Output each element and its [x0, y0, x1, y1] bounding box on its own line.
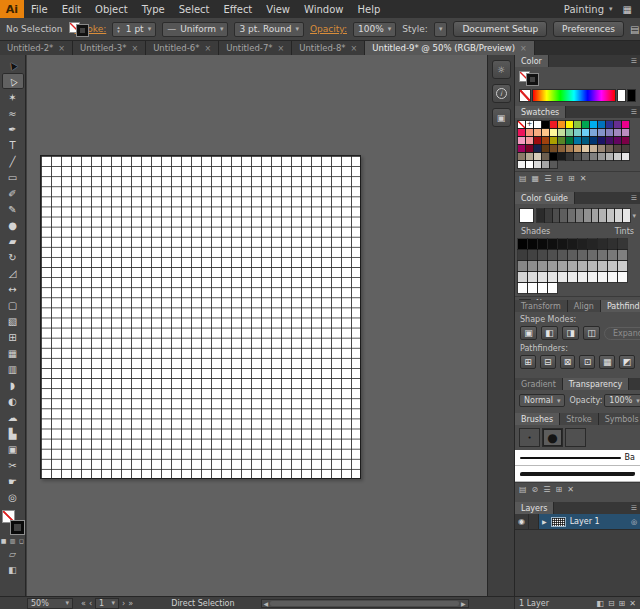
- gradient-button[interactable]: ▥: [9, 537, 16, 544]
- swatch[interactable]: [614, 145, 621, 152]
- shade-swatch[interactable]: [528, 283, 537, 293]
- appearance-dock-icon[interactable]: ☼: [492, 60, 511, 79]
- delete-brush-icon[interactable]: ✕: [567, 485, 574, 494]
- swatch[interactable]: [598, 129, 605, 136]
- brush-libraries-icon[interactable]: ▤: [519, 485, 527, 494]
- rotate-tool[interactable]: ↻: [2, 249, 24, 265]
- stepper-arrows-icon[interactable]: ▴▾: [117, 25, 120, 33]
- merge-button[interactable]: ⊠: [560, 355, 576, 369]
- swatch[interactable]: [542, 161, 549, 168]
- swatch[interactable]: [518, 153, 525, 160]
- blend-mode-dropdown[interactable]: Normal ▾: [519, 394, 565, 407]
- shade-swatch[interactable]: [618, 239, 627, 249]
- shape-builder-tool[interactable]: ▧: [2, 313, 24, 329]
- unite-button[interactable]: ▣: [520, 326, 537, 340]
- pen-tool[interactable]: ✒: [2, 121, 24, 137]
- swatch[interactable]: [590, 137, 597, 144]
- intersect-button[interactable]: ◨: [562, 326, 579, 340]
- swatch[interactable]: [526, 137, 533, 144]
- doc-tab-5[interactable]: Untitled-9* @ 50% (RGB/Preview) ×: [365, 41, 534, 55]
- layer-selected-area[interactable]: ▶ Layer 1 ◎: [539, 514, 640, 529]
- hand-tool[interactable]: ☛: [2, 473, 24, 489]
- menu-item-2[interactable]: Object: [88, 0, 135, 18]
- shade-swatch[interactable]: [608, 261, 617, 271]
- shade-swatch[interactable]: [598, 272, 607, 282]
- control-panel-menu-icon[interactable]: ▤: [630, 24, 639, 35]
- shade-swatch[interactable]: [618, 272, 627, 282]
- shade-swatch[interactable]: [518, 239, 527, 249]
- white-swatch[interactable]: [617, 89, 626, 102]
- layer-thumbnail[interactable]: [551, 517, 566, 527]
- swatch[interactable]: [526, 145, 533, 152]
- tab-swatches[interactable]: Swatches: [515, 106, 566, 118]
- variation-swatch[interactable]: [584, 209, 591, 222]
- shade-swatch[interactable]: [548, 261, 557, 271]
- shade-swatch[interactable]: [568, 261, 577, 271]
- lock-toggle-cell[interactable]: [529, 514, 539, 529]
- swatch[interactable]: [574, 153, 581, 160]
- swatch[interactable]: [590, 153, 597, 160]
- swatch[interactable]: [518, 161, 525, 168]
- shade-swatch[interactable]: [528, 239, 537, 249]
- swatch[interactable]: [542, 145, 549, 152]
- shade-swatch[interactable]: [558, 239, 567, 249]
- art-brush-row-1[interactable]: Ba: [515, 450, 640, 466]
- width-tool[interactable]: ↔: [2, 281, 24, 297]
- swatch[interactable]: [590, 129, 597, 136]
- shade-swatch[interactable]: [518, 272, 527, 282]
- slice-tool[interactable]: ✂: [2, 457, 24, 473]
- close-icon[interactable]: ×: [520, 44, 527, 53]
- swatch[interactable]: [590, 121, 597, 128]
- panel-menu-icon[interactable]: ☰: [631, 192, 640, 204]
- swatch[interactable]: [606, 145, 613, 152]
- harmony-rules-dropdown-icon[interactable]: ▾: [632, 212, 636, 220]
- tab-Symbols[interactable]: Symbols: [599, 413, 640, 425]
- trim-button[interactable]: ⊟: [540, 355, 556, 369]
- close-icon[interactable]: ×: [131, 44, 138, 53]
- first-artboard-button[interactable]: «: [81, 599, 86, 608]
- artboard-tool[interactable]: ▣: [2, 441, 24, 457]
- swatch[interactable]: [606, 121, 613, 128]
- doc-tab-1[interactable]: Untitled-3* ×: [73, 41, 146, 55]
- menu-item-5[interactable]: Effect: [217, 0, 260, 18]
- swatch[interactable]: [534, 137, 541, 144]
- color-spectrum-bar[interactable]: [532, 89, 616, 102]
- menu-item-7[interactable]: Window: [297, 0, 350, 18]
- shade-swatch[interactable]: [578, 250, 587, 260]
- swatch[interactable]: [598, 121, 605, 128]
- stroke-weight-stepper[interactable]: ▴▾ 1 pt ▾: [112, 22, 156, 37]
- swatch[interactable]: [542, 121, 549, 128]
- swatch[interactable]: [566, 129, 573, 136]
- info-dock-icon[interactable]: i: [492, 84, 511, 103]
- swatch[interactable]: [518, 137, 525, 144]
- swatch[interactable]: [526, 161, 533, 168]
- menu-item-1[interactable]: Edit: [55, 0, 88, 18]
- shade-swatch[interactable]: [568, 250, 577, 260]
- swatch[interactable]: [598, 153, 605, 160]
- swatch[interactable]: [582, 121, 589, 128]
- perspective-grid-tool[interactable]: ⊞: [2, 329, 24, 345]
- shade-swatch[interactable]: [618, 261, 627, 271]
- outline-button[interactable]: ▦: [599, 355, 615, 369]
- variation-swatch[interactable]: [592, 209, 599, 222]
- brush-5pt-round[interactable]: ●: [542, 428, 563, 447]
- shade-swatch[interactable]: [568, 239, 577, 249]
- swatch[interactable]: [622, 129, 629, 136]
- swatch[interactable]: [550, 129, 557, 136]
- swatch[interactable]: [558, 145, 565, 152]
- doc-tab-3[interactable]: Untitled-7* ×: [219, 41, 292, 55]
- base-color-swatch[interactable]: [519, 208, 534, 223]
- target-circle-icon[interactable]: ◎: [631, 518, 637, 526]
- swatch[interactable]: [574, 137, 581, 144]
- tints-label[interactable]: Tints: [615, 227, 634, 236]
- disclosure-triangle-icon[interactable]: ▶: [542, 518, 547, 525]
- layer-name[interactable]: Layer 1: [570, 517, 600, 526]
- shade-swatch[interactable]: [528, 250, 537, 260]
- shade-swatch[interactable]: [558, 261, 567, 271]
- swatch[interactable]: [550, 161, 557, 168]
- shade-swatch[interactable]: [588, 272, 597, 282]
- scroll-right-icon[interactable]: ▶: [461, 600, 466, 607]
- shade-swatch[interactable]: [608, 272, 617, 282]
- stroke-color-swatch[interactable]: [11, 521, 24, 534]
- swatch-kinds-icon[interactable]: ▦: [532, 174, 540, 183]
